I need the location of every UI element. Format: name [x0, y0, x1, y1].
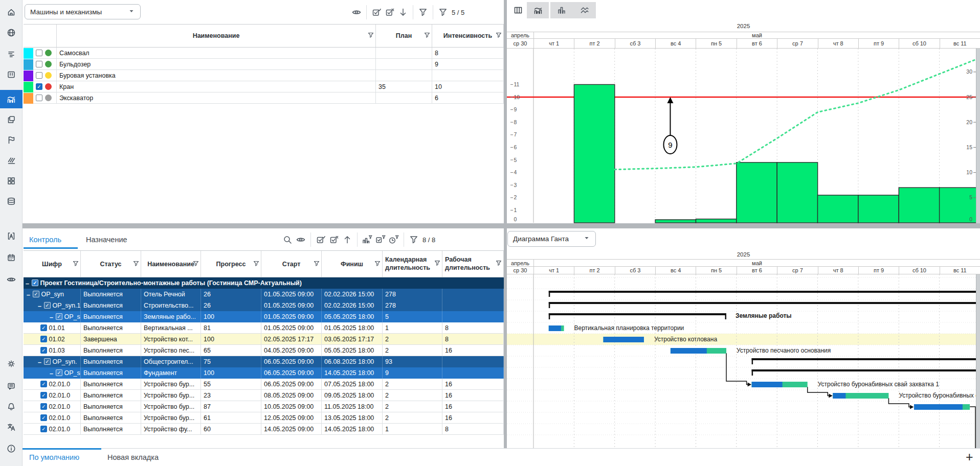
check-all-button[interactable] [370, 6, 383, 19]
task-checkbox[interactable]: ✓ [40, 426, 47, 432]
collapse-toggle[interactable]: – [38, 357, 44, 367]
table-row[interactable]: –✓ OP_syn.1ВыполняетсяСтроительство...26… [24, 300, 504, 311]
resource-checkbox[interactable]: ✓ [36, 50, 42, 56]
sidebar-item-language[interactable] [5, 421, 17, 433]
column-filter[interactable] [253, 260, 259, 268]
add-tab-button[interactable]: + [966, 450, 973, 464]
resource-checkbox[interactable]: ✓ [36, 95, 42, 101]
line-chart-view-button[interactable] [578, 4, 591, 17]
column-header-3[interactable]: Прогресс [201, 251, 261, 277]
arrow-down-button[interactable] [396, 6, 410, 19]
column-filter[interactable] [496, 32, 502, 40]
histogram-filter-button[interactable] [361, 233, 374, 246]
tab-naznachenie[interactable]: Назначение [86, 235, 127, 244]
column-filter[interactable] [374, 260, 381, 268]
gantt-task-bar[interactable] [914, 404, 970, 410]
column-header-2[interactable]: Наименование [141, 251, 201, 277]
sidebar-item-database[interactable] [5, 195, 17, 207]
collapse-toggle[interactable]: – [50, 312, 56, 322]
checkbox-filter-button[interactable] [374, 233, 387, 246]
column-header-4[interactable]: Старт [261, 251, 322, 277]
column-filter[interactable] [193, 260, 199, 268]
gantt-summary-bar[interactable] [752, 369, 980, 376]
resource-row[interactable]: ✓Самосвал8 [24, 48, 504, 59]
collapse-toggle[interactable]: – [38, 300, 44, 311]
clock-filter-button[interactable] [387, 233, 400, 246]
table-row[interactable]: ✓ 01.03ВыполняетсяУстройство пес...6504.… [24, 345, 504, 356]
sidebar-item-notifications[interactable] [5, 401, 17, 413]
task-checkbox[interactable]: ✓ [40, 414, 47, 421]
sidebar-item-folders[interactable] [5, 113, 17, 126]
column-header-5[interactable]: Финиш [322, 251, 383, 277]
tab-kontrol[interactable]: Контроль [29, 235, 61, 244]
sidebar-item-comments[interactable] [5, 380, 17, 392]
column-header-0[interactable]: Шифр [24, 251, 81, 277]
sidebar-item-info[interactable] [5, 442, 17, 455]
sidebar-item-text-style[interactable] [5, 230, 17, 242]
table-view-button[interactable] [509, 2, 527, 18]
gantt-vertical-scrollbar[interactable] [976, 274, 980, 448]
sidebar-item-layers[interactable] [5, 48, 17, 60]
task-checkbox[interactable]: ✓ [56, 369, 62, 376]
collapse-toggle[interactable]: – [26, 278, 32, 289]
task-checkbox[interactable]: ✓ [40, 347, 47, 354]
annotation-9[interactable]: 9 [663, 97, 677, 154]
sidebar-item-home[interactable] [5, 6, 17, 18]
sidebar-item-brightness[interactable] [5, 358, 17, 370]
resource-checkbox[interactable]: ✓ [36, 72, 42, 79]
table-row[interactable]: –✓ OP_syВыполняетсяФундамент10006.05.202… [24, 367, 504, 379]
table-row[interactable]: ✓ 02.01.0ВыполняетсяУстройство бур...550… [24, 379, 504, 390]
column-header-6[interactable]: Календарная длительность [383, 251, 442, 277]
table-row[interactable]: –✓ Проект Гостиница/Строительно-монтажны… [24, 277, 504, 289]
table-row[interactable]: ✓ 02.01.0ВыполняетсяУстройство бур...871… [24, 401, 504, 412]
eye-button[interactable] [294, 233, 307, 246]
task-checkbox[interactable]: ✓ [40, 381, 47, 387]
histogram-view-button[interactable] [527, 2, 549, 18]
resource-checkbox[interactable]: ✓ [36, 83, 42, 90]
check-all-button[interactable] [314, 233, 327, 246]
filter-count-button[interactable] [436, 6, 450, 19]
task-checkbox[interactable]: ✓ [56, 313, 62, 320]
filter-button[interactable] [416, 6, 430, 19]
bar-chart-view-button[interactable] [555, 4, 568, 17]
table-row[interactable]: –✓ OP_syn.ВыполняетсяЗемляные рабо...100… [24, 311, 504, 322]
task-checkbox[interactable]: ✓ [44, 358, 51, 365]
table-row[interactable]: –✓ OP_synВыполняетсяОтель Речной2601.05.… [24, 289, 504, 300]
task-checkbox[interactable]: ✓ [40, 324, 47, 331]
sidebar-item-flag[interactable] [5, 134, 17, 146]
column-filter[interactable] [496, 260, 502, 268]
sidebar-item-resource-chart[interactable] [0, 90, 23, 108]
bottom-tab-new[interactable]: Новая вкладка [107, 453, 159, 461]
uncheck-all-button[interactable] [383, 6, 396, 19]
table-row[interactable]: ✓ 02.01.0ВыполняетсяУстройство бур...230… [24, 390, 504, 401]
column-filter[interactable] [434, 260, 440, 268]
gantt-view-selector[interactable]: Диаграмма Ганта [507, 231, 596, 247]
sidebar-item-grid[interactable] [5, 175, 17, 187]
table-row[interactable]: ✓ 02.01.0ВыполняетсяУстройство бур...611… [24, 412, 504, 424]
sidebar-item-calendar[interactable] [5, 251, 17, 264]
search-button[interactable] [281, 233, 294, 246]
column-filter[interactable] [314, 260, 320, 268]
column-filter[interactable] [368, 32, 374, 40]
task-checkbox[interactable]: ✓ [40, 392, 47, 399]
gantt-task-bar[interactable]: Устройство буронабивных свай захватка 1 [752, 381, 940, 388]
task-checkbox[interactable]: ✓ [44, 302, 51, 309]
gantt-task-bar[interactable]: Вертикальная планировка территории [549, 324, 684, 332]
column-filter[interactable] [424, 32, 430, 40]
table-row[interactable]: ✓ 01.01ВыполняетсяВертикальная ...8101.0… [24, 322, 504, 334]
column-filter[interactable] [133, 260, 139, 268]
gantt-summary-bar[interactable] [549, 302, 980, 308]
column-header-2[interactable]: Интенсивность [432, 25, 504, 47]
gantt-summary-bar[interactable]: Земляные работы [549, 312, 792, 319]
column-header-1[interactable]: План [376, 25, 432, 47]
gantt-summary-bar[interactable] [549, 291, 980, 297]
bottom-tab-default[interactable]: По умолчанию [29, 453, 79, 461]
table-row[interactable]: –✓ OP_syn.ВыполняетсяОбщестроител...7506… [24, 356, 504, 367]
horizontal-splitter[interactable] [23, 223, 980, 228]
task-checkbox[interactable]: ✓ [40, 336, 47, 342]
resource-row[interactable]: ✓Кран3510 [24, 81, 504, 92]
gantt-task-bar[interactable]: Устройство буронабивных свай захватка 2 [833, 392, 980, 399]
sidebar-item-globe[interactable] [5, 27, 17, 39]
resource-row[interactable]: ✓Экскаватор6 [24, 92, 504, 104]
column-filter[interactable] [73, 260, 79, 268]
